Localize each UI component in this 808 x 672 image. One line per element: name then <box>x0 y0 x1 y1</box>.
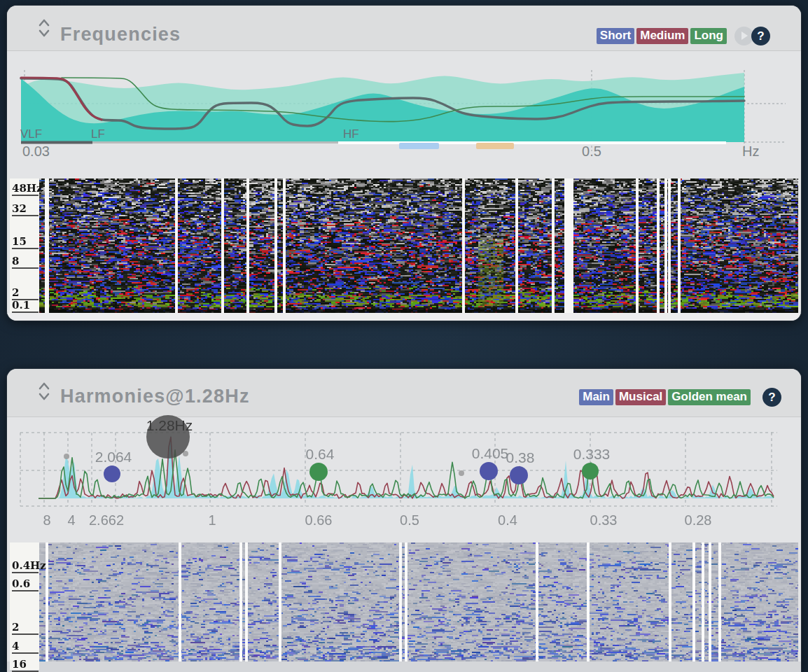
harmonic-marker[interactable] <box>480 462 498 480</box>
legend-badge-short[interactable]: Short <box>597 28 634 44</box>
frequencies-legend: Short Medium Long ? <box>597 27 770 46</box>
play-icon <box>741 31 748 40</box>
harmonics-chart[interactable]: 1.28Hz2.0640.640.4050.380.333842.66210.6… <box>7 410 801 533</box>
x-tick-label: Hz <box>742 144 759 159</box>
x-tick-label: 0.28 <box>685 512 712 528</box>
spectrogram-y-tick: 0.1 <box>12 300 39 313</box>
spectrogram-y-tick: 15 <box>12 236 39 249</box>
frequencies-header: Frequencies Short Medium Long ? <box>7 6 801 51</box>
band-label-vlf: VLF <box>20 127 42 141</box>
minor-peak-dot <box>459 470 464 476</box>
harmonies-spectrogram <box>39 542 798 662</box>
x-tick-label: 8 <box>43 512 50 528</box>
lf-strip <box>92 141 338 144</box>
x-tick-label: 0.5 <box>400 512 419 528</box>
blue-range-chip[interactable] <box>399 143 439 149</box>
frequencies-spectrum-chart[interactable]: VLFLFHF0.030.5Hz <box>7 69 801 161</box>
app-background: { "app": { "background_color": "#1a2938"… <box>0 0 808 672</box>
x-tick-label: 4 <box>67 512 75 528</box>
harmonies-panel: Harmonies@1.28Hz Main Musical Golden mea… <box>7 369 801 672</box>
harmonies-legend: Main Musical Golden mean ? <box>579 388 781 407</box>
hf-strip <box>338 141 726 144</box>
collapse-toggle-icon[interactable] <box>38 382 50 401</box>
legend-badge-main[interactable]: Main <box>579 389 613 405</box>
harmonic-marker[interactable] <box>582 463 599 479</box>
spectrogram-y-tick: 48Hz <box>12 183 39 196</box>
legend-badge-medium[interactable]: Medium <box>636 28 688 44</box>
legend-badge-golden-mean[interactable]: Golden mean <box>668 389 751 405</box>
spectrogram-y-tick: 0.6 <box>12 578 39 592</box>
x-tick-label: 0.66 <box>305 512 333 528</box>
play-button[interactable] <box>734 27 753 46</box>
band-label-hf: HF <box>343 127 359 141</box>
spectrogram-y-tick: 8 <box>12 255 39 269</box>
band-label-lf: LF <box>91 127 105 141</box>
harmonic-marker[interactable] <box>104 465 120 482</box>
x-tick-label: 1 <box>208 512 216 528</box>
harmonies-spectrogram-axis: 0.4Hz0.62416 <box>10 542 39 670</box>
x-tick-label: 0.33 <box>590 512 618 528</box>
spectrogram-y-tick: 4 <box>12 640 39 654</box>
x-tick-label: 0.5 <box>582 144 601 159</box>
frequencies-panel: Frequencies Short Medium Long ? VLFLFHF0… <box>7 6 801 321</box>
harmonies-title: Harmonies@1.28Hz <box>60 386 250 407</box>
orange-range-chip[interactable] <box>476 143 514 149</box>
frequencies-spectrogram <box>39 178 798 313</box>
spectrogram-y-tick: 0.4Hz <box>12 560 39 573</box>
peak-label: 1.28Hz <box>146 417 193 433</box>
spectrogram-y-tick: 32 <box>12 203 39 216</box>
frequencies-title: Frequencies <box>60 24 181 46</box>
frequencies-panel-footer <box>7 313 801 321</box>
peak-label: 0.38 <box>506 449 535 465</box>
help-button[interactable]: ? <box>762 388 781 407</box>
frequencies-spectrogram-axis: 48Hz3215820.1 <box>10 178 39 313</box>
x-tick-label: 0.4 <box>498 512 517 528</box>
peak-label: 0.405 <box>472 445 509 461</box>
x-tick-label: 2.662 <box>89 512 124 528</box>
x-tick-label: 0.03 <box>22 144 50 159</box>
harmonic-marker[interactable] <box>510 466 528 484</box>
harmonies-panel-footer <box>7 662 801 672</box>
help-button[interactable]: ? <box>751 27 770 46</box>
legend-badge-musical[interactable]: Musical <box>615 389 666 405</box>
harmonic-marker[interactable] <box>309 463 328 481</box>
peak-label: 0.64 <box>306 446 335 462</box>
legend-badge-long[interactable]: Long <box>690 28 727 44</box>
spectrogram-y-tick: 2 <box>12 622 39 635</box>
spectrogram-y-tick: 16 <box>12 659 39 672</box>
collapse-toggle-icon[interactable] <box>38 18 50 38</box>
peak-label: 2.064 <box>95 449 132 465</box>
minor-peak-dot <box>64 454 69 459</box>
peak-label: 0.333 <box>573 446 611 462</box>
